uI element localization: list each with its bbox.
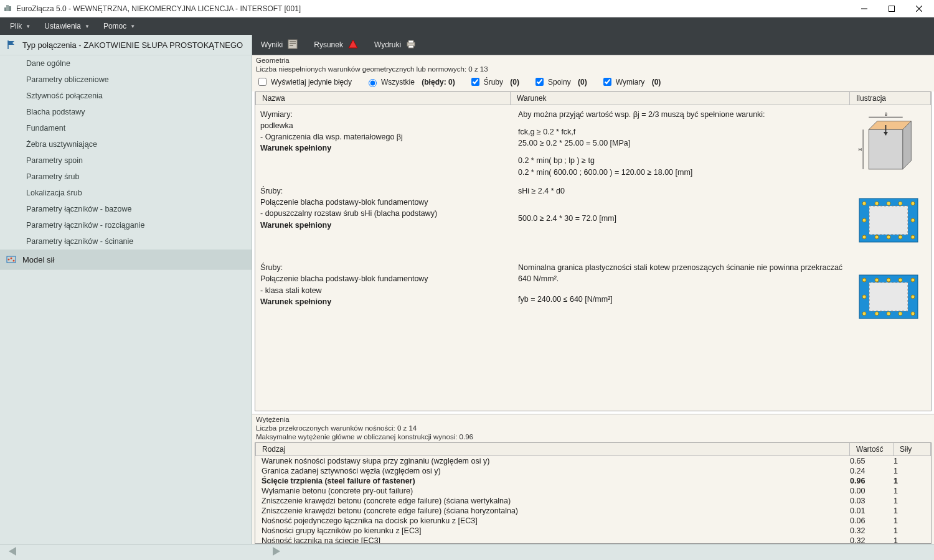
- effort-sily: 1: [894, 477, 925, 485]
- svg-rect-10: [290, 41, 296, 42]
- sidebar-item-sztywnosc[interactable]: Sztywność połączenia: [0, 88, 252, 104]
- filter-dims[interactable]: Wymiary (0): [601, 76, 661, 88]
- toolbar-wydruki[interactable]: Wydruki: [370, 37, 420, 54]
- nav-prev-button[interactable]: [7, 546, 20, 558]
- col-nazwa[interactable]: Nazwa: [255, 92, 511, 105]
- filter-all[interactable]: Wszystkie (błędy: 0): [366, 77, 455, 87]
- table-row[interactable]: Warunek nośności podstawy słupa przy zgi…: [255, 456, 931, 466]
- table-row[interactable]: Wyłamanie betonu (concrete pry-out failu…: [255, 486, 931, 496]
- drawing-icon: [348, 39, 358, 51]
- svg-point-53: [911, 295, 915, 299]
- svg-point-51: [911, 312, 915, 315]
- table-row[interactable]: Ścięcie trzpienia (steel failure of fast…: [255, 476, 931, 486]
- section-sub-geometria: Liczba niespełnionych warunków geometryc…: [252, 65, 934, 73]
- geometry-grid: Nazwa Warunek Ilustracja Wymiary: podlew…: [255, 91, 932, 411]
- flag-icon: [6, 40, 16, 50]
- chevron-down-icon: ▼: [26, 24, 31, 29]
- chevron-down-icon: ▼: [85, 24, 90, 29]
- menu-pomoc[interactable]: Pomoc▼: [97, 19, 141, 33]
- filter-only-errors-checkbox[interactable]: [258, 78, 267, 86]
- col-wartosc[interactable]: Wartość: [850, 443, 894, 455]
- sidebar-item-laczniki-scinanie[interactable]: Parametry łączników - ścinanie: [0, 233, 252, 250]
- window-close-button[interactable]: [905, 0, 933, 17]
- svg-point-6: [8, 259, 10, 261]
- filter-only-errors[interactable]: Wyświetlaj jedynie błędy: [256, 76, 352, 88]
- effort-sily: 1: [894, 506, 925, 515]
- svg-marker-54: [9, 547, 16, 556]
- col-rodzaj[interactable]: Rodzaj: [255, 443, 850, 455]
- svg-point-42: [862, 278, 866, 282]
- sidebar-cat-model-sil[interactable]: Model sił: [0, 250, 252, 270]
- sidebar-item-blacha-podstawy[interactable]: Blacha podstawy: [0, 104, 252, 120]
- sidebar: Typ połączenia - ZAKOTWIENIE SŁUPA PROST…: [0, 35, 252, 544]
- col-ilustracja[interactable]: Ilustracja: [850, 92, 931, 105]
- effort-sily: 1: [894, 536, 925, 543]
- section-header-wytezenia: Wytężenia: [252, 414, 934, 424]
- svg-rect-1: [6, 5, 9, 11]
- table-row[interactable]: Zniszczenie krawędzi betonu (concrete ed…: [255, 496, 931, 506]
- svg-point-31: [899, 202, 902, 205]
- svg-point-43: [875, 278, 879, 282]
- filter-bolts-checkbox[interactable]: [471, 78, 479, 86]
- sidebar-item-laczniki-bazowe[interactable]: Parametry łączników - bazowe: [0, 201, 252, 217]
- nav-next-button[interactable]: [269, 546, 281, 558]
- sidebar-item-parametry-obliczeniowe[interactable]: Parametry obliczeniowe: [0, 72, 252, 88]
- window-titlebar: EuroZłącza 5.0 - WEWNĘTRZNA, NIEKOMERCYJ…: [0, 0, 934, 17]
- svg-point-48: [875, 312, 879, 315]
- toolbar-wyniki[interactable]: Wyniki: [257, 37, 301, 54]
- sidebar-item-laczniki-rozciaganie[interactable]: Parametry łączników - rozciąganie: [0, 217, 252, 233]
- effort-value: 0.65: [850, 457, 894, 465]
- filter-welds-checkbox[interactable]: [535, 78, 544, 86]
- svg-rect-15: [408, 40, 413, 43]
- table-row[interactable]: Nośność pojedynczego łącznika na docisk …: [255, 516, 931, 526]
- effort-sub1: Liczba przekroczonych warunków nośności:…: [252, 424, 934, 432]
- svg-rect-12: [290, 45, 293, 46]
- table-row[interactable]: Nośności grupy łączników po kierunku z […: [255, 526, 931, 536]
- effort-name: Zniszczenie krawędzi betonu (concrete ed…: [262, 497, 850, 505]
- sidebar-item-dane-ogolne[interactable]: Dane ogólne: [0, 55, 252, 72]
- menu-plik[interactable]: Plik▼: [4, 19, 37, 33]
- svg-marker-13: [349, 40, 357, 48]
- sidebar-cat-connection-type[interactable]: Typ połączenia - ZAKOTWIENIE SŁUPA PROST…: [0, 35, 252, 55]
- menu-ustawienia[interactable]: Ustawienia▼: [38, 19, 96, 33]
- sidebar-item-zebra[interactable]: Żebra usztywniające: [0, 136, 252, 152]
- svg-point-30: [887, 202, 890, 205]
- svg-point-46: [911, 278, 915, 282]
- table-row[interactable]: Zniszczenie krawędzi betonu (concrete ed…: [255, 506, 931, 516]
- svg-point-34: [875, 235, 879, 239]
- filter-welds[interactable]: Spoiny (0): [533, 76, 587, 88]
- filter-dims-checkbox[interactable]: [603, 78, 611, 86]
- effort-name: Wyłamanie betonu (concrete pry-out failu…: [262, 487, 850, 495]
- svg-point-52: [862, 295, 866, 299]
- sidebar-item-parametry-srub[interactable]: Parametry śrub: [0, 169, 252, 185]
- effort-sily: 1: [894, 516, 925, 525]
- base-plate-icon: [854, 266, 923, 331]
- svg-rect-27: [869, 206, 908, 235]
- window-minimize-button[interactable]: [851, 0, 878, 17]
- effort-value: 0.24: [850, 467, 894, 475]
- table-row: Wymiary: podlewka - Ograniczenia dla wsp…: [255, 105, 931, 182]
- svg-point-7: [11, 258, 12, 259]
- sidebar-item-lokalizacja-srub[interactable]: Lokalizacja śrub: [0, 185, 252, 201]
- col-warunek[interactable]: Warunek: [511, 92, 850, 105]
- svg-point-8: [13, 260, 15, 262]
- svg-point-49: [887, 312, 890, 315]
- toolbar-rysunek[interactable]: Rysunek: [310, 37, 362, 54]
- geometry-grid-body[interactable]: Wymiary: podlewka - Ograniczenia dla wsp…: [255, 105, 931, 411]
- svg-rect-2: [9, 6, 11, 11]
- svg-rect-19: [869, 129, 903, 169]
- filter-all-radio[interactable]: [369, 79, 377, 87]
- print-icon: [406, 39, 416, 51]
- table-row[interactable]: Nośność łącznika na ścięcie [EC3]0.321: [255, 536, 931, 543]
- table-row[interactable]: Granica zadanej sztywności węzła (względ…: [255, 466, 931, 476]
- effort-name: Granica zadanej sztywności węzła (względ…: [262, 467, 850, 475]
- sidebar-item-fundament[interactable]: Fundament: [0, 120, 252, 136]
- window-maximize-button[interactable]: [878, 0, 905, 17]
- effort-grid-body[interactable]: Warunek nośności podstawy słupa przy zgi…: [255, 456, 931, 543]
- col-sily[interactable]: Siły: [894, 443, 931, 455]
- svg-point-35: [887, 235, 890, 239]
- sidebar-item-parametry-spoin[interactable]: Parametry spoin: [0, 152, 252, 169]
- effort-sily: 1: [894, 467, 925, 475]
- filter-bolts[interactable]: Śruby (0): [469, 76, 519, 88]
- svg-point-44: [887, 278, 890, 282]
